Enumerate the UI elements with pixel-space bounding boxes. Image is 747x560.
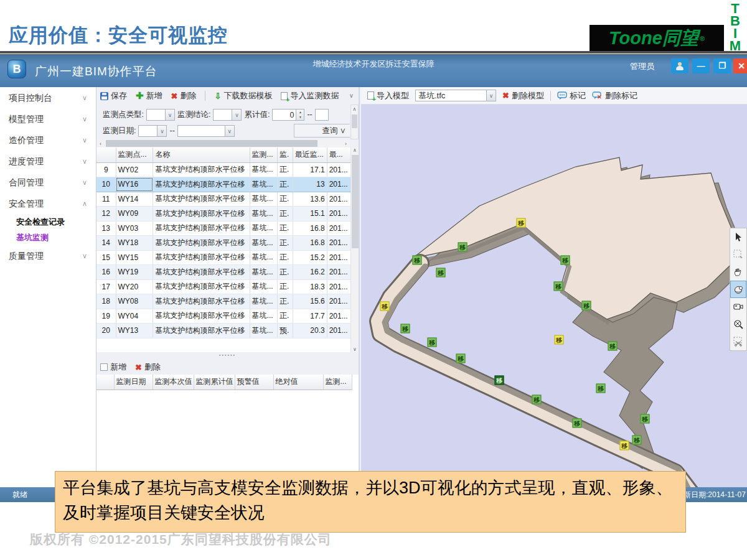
mark-button[interactable]: 标记	[557, 90, 586, 101]
orbit-tool[interactable]	[730, 281, 746, 298]
table-vscrollbar[interactable]: ∧ ∨	[350, 147, 359, 352]
column-header[interactable]: 监测...	[250, 147, 277, 162]
table-row[interactable]: 12WY09基坑支护结构顶部水平位移基坑...正.15.1201...	[96, 207, 352, 222]
delete-button[interactable]: ✖删除	[171, 90, 197, 101]
sidebar-subitem-安全检查记录[interactable]: 安全检查记录	[0, 214, 96, 230]
table-row[interactable]: 9WY02基坑支护结构顶部水平位移基坑...正.17.1201...	[96, 162, 352, 177]
scroll-down-icon[interactable]: ∨	[351, 347, 359, 352]
query-button[interactable]: 查询 ∨	[294, 124, 350, 138]
sidebar-item-合同管理[interactable]: 合同管理∨	[0, 172, 96, 193]
scroll-thumb[interactable]	[106, 140, 317, 147]
detail-column-header[interactable]: 绝对值	[273, 375, 323, 390]
table-row[interactable]: 14WY18基坑支护结构顶部水平位移基坑...正.16.8201...	[96, 236, 352, 251]
column-header[interactable]: 名称	[153, 147, 250, 162]
scroll-track[interactable]	[105, 140, 342, 147]
displacement-marker[interactable]: 移	[458, 243, 467, 252]
displacement-marker[interactable]: 移	[632, 436, 642, 445]
select-cursor-tool[interactable]	[730, 228, 746, 246]
table-row[interactable]: 17WY20基坑支护结构顶部水平位移基坑...正.18.3201...	[96, 279, 352, 294]
displacement-marker[interactable]: 移	[608, 342, 618, 351]
sidebar-item-安全管理[interactable]: 安全管理∧	[0, 193, 96, 214]
displacement-marker[interactable]: 移	[561, 256, 570, 265]
displacement-marker[interactable]: 移	[555, 335, 564, 345]
import-data-button[interactable]: 导入监测数据	[281, 90, 339, 101]
download-template-button[interactable]: ⇩下载数据模板	[214, 90, 272, 101]
table-row[interactable]: 11WY14基坑支护结构顶部水平位移基坑...正.13.6201...	[96, 192, 352, 207]
detail-column-header[interactable]: 监测累计值	[194, 375, 235, 390]
user-account-button[interactable]	[671, 58, 688, 73]
displacement-marker[interactable]: 移	[532, 395, 542, 404]
sidebar-item-模型管理[interactable]: 模型管理∨	[0, 108, 96, 129]
displacement-marker[interactable]: 移	[582, 301, 591, 310]
toolbar-overflow-chevron[interactable]: ∨	[349, 92, 354, 99]
sidebar-item-项目控制台[interactable]: 项目控制台∨	[0, 87, 96, 108]
detail-column-header[interactable]	[96, 375, 114, 390]
displacement-marker[interactable]: 移	[620, 441, 629, 450]
cumulative-min-spinner[interactable]: 0▲▼	[272, 109, 304, 121]
displacement-marker[interactable]: 移	[456, 354, 466, 363]
displacement-marker[interactable]: 移	[380, 302, 390, 311]
displacement-marker[interactable]: 移	[401, 324, 410, 334]
maximize-button[interactable]: ❐	[713, 58, 731, 73]
column-header[interactable]: 监.	[278, 147, 293, 162]
scroll-thumb[interactable]	[352, 155, 359, 248]
scroll-left-icon[interactable]: ‹	[96, 141, 105, 147]
save-button[interactable]: 保存	[100, 90, 127, 101]
detail-column-header[interactable]: 监测本次值	[153, 375, 194, 390]
marquee-select-tool[interactable]	[730, 246, 746, 263]
date-from-combo[interactable]: ∨	[138, 125, 167, 137]
import-model-button[interactable]: 导入模型	[367, 90, 409, 101]
conclusion-combo[interactable]: ∨	[213, 109, 242, 121]
scroll-up-icon[interactable]: ∧	[351, 105, 358, 114]
displacement-marker[interactable]: 移	[596, 384, 606, 393]
clip-section-tool[interactable]	[730, 333, 746, 350]
displacement-marker[interactable]: 移	[413, 256, 422, 265]
displacement-marker[interactable]: 移	[573, 419, 582, 428]
scroll-up-icon[interactable]: ∧	[351, 147, 359, 153]
model-file-combo[interactable]: 基坑.tfc ∨	[415, 90, 496, 101]
column-header[interactable]: 监测点...	[116, 147, 153, 162]
table-row[interactable]: 15WY15基坑支护结构顶部水平位移基坑...正.15.2201...	[96, 250, 352, 265]
scroll-thumb[interactable]	[352, 114, 357, 128]
table-row[interactable]: 10WY16基坑支护结构顶部水平位移基坑...正.13201...	[96, 177, 352, 192]
table-row[interactable]: 16WY19基坑支护结构顶部水平位移基坑...正.16.2201...	[96, 265, 352, 280]
type-combo[interactable]: ∨	[146, 109, 175, 121]
detail-column-header[interactable]: 监测日期	[114, 375, 153, 390]
table-hscrollbar[interactable]: ‹ ›	[96, 139, 350, 147]
add-button[interactable]: ✚新增	[136, 90, 162, 101]
table-row[interactable]: 18WY08基坑支护结构顶部水平位移基坑...正.15.6201...	[96, 294, 352, 309]
table-row[interactable]: 13WY03基坑支护结构顶部水平位移基坑...正.16.8201...	[96, 221, 352, 236]
detail-delete-button[interactable]: ✖删除	[135, 362, 161, 373]
panel-splitter[interactable]: ▪▪▪▪▪▪	[96, 352, 359, 360]
displacement-marker[interactable]: 移	[428, 338, 437, 347]
sidebar-subitem-基坑监测[interactable]: 基坑监测	[0, 230, 96, 245]
detail-column-header[interactable]: 监测...	[323, 375, 352, 390]
sidebar-item-造价管理[interactable]: 造价管理∨	[0, 129, 96, 151]
delete-model-button[interactable]: ✖删除模型	[502, 90, 544, 101]
date-to-combo[interactable]: ∨	[177, 125, 235, 137]
delete-mark-button[interactable]: ✕ 删除标记	[592, 90, 637, 101]
table-row[interactable]: 19WY04基坑支护结构顶部水平位移基坑...正.17.7201...	[96, 309, 352, 324]
column-header[interactable]	[96, 147, 116, 162]
detail-add-button[interactable]: 新增	[100, 362, 126, 373]
minimize-button[interactable]: —	[692, 58, 710, 73]
displacement-marker[interactable]: 移	[554, 282, 563, 291]
filter-scrollbar[interactable]: ∧	[350, 105, 359, 139]
sidebar-item-进度管理[interactable]: 进度管理∨	[0, 151, 96, 172]
scroll-right-icon[interactable]: ›	[342, 141, 350, 147]
pan-hand-tool[interactable]	[730, 263, 746, 281]
displacement-marker[interactable]: 移	[436, 268, 446, 278]
displacement-marker[interactable]: 移	[641, 414, 650, 424]
detail-column-header[interactable]: 预警值	[235, 375, 273, 390]
camera-tool[interactable]	[730, 298, 746, 315]
cumulative-max-input[interactable]	[315, 109, 329, 121]
sidebar-item-质量管理[interactable]: 质量管理∨	[0, 245, 96, 266]
table-row[interactable]: 20WY13基坑支护结构顶部水平位移基坑...预.20.3201...	[96, 324, 352, 338]
column-header[interactable]: 最近监...	[293, 147, 327, 162]
column-header[interactable]: 最...	[327, 147, 351, 162]
spinner-arrows-icon[interactable]: ▲▼	[296, 110, 304, 120]
viewer-canvas[interactable]: 移移移移移移移移移移移移移移移移移移移移	[361, 105, 747, 487]
zoom-extents-tool[interactable]	[730, 315, 746, 333]
close-button[interactable]: ✕	[733, 58, 747, 73]
displacement-marker[interactable]: 移	[517, 218, 526, 228]
